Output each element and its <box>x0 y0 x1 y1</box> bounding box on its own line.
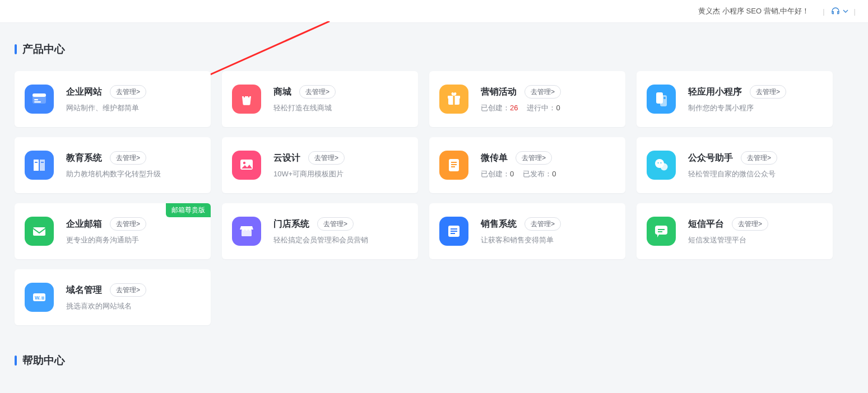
accent-bar <box>15 44 17 54</box>
stat-created: 已创建：26 <box>481 104 518 112</box>
section-title-help: 帮助中心 <box>0 331 868 370</box>
card-title-row: 企业网站去管理> <box>66 85 201 99</box>
card-title-row: 短信平台去管理> <box>688 217 823 231</box>
product-card-mp[interactable]: 公众号助手去管理>轻松管理自家的微信公众号 <box>637 137 833 193</box>
card-title: 轻应用小程序 <box>688 86 742 98</box>
section-title: 产品中心 <box>0 23 868 59</box>
product-card-sales[interactable]: 销售系统去管理>让获客和销售变得简单 <box>429 203 625 259</box>
card-desc: 网站制作、维护都简单 <box>66 103 201 113</box>
card-desc: 轻松打造在线商城 <box>273 103 408 113</box>
card-desc: 挑选喜欢的网站域名 <box>66 301 201 311</box>
card-info: 企业邮箱去管理>更专业的商务沟通助手 <box>66 217 201 245</box>
book-icon <box>25 151 54 180</box>
product-card-design[interactable]: 云设计去管理>10W+可商用模板图片 <box>222 137 418 193</box>
card-info: 公众号助手去管理>轻松管理自家的微信公众号 <box>688 151 823 179</box>
stat-secondary: 已发布：0 <box>523 170 556 178</box>
card-desc: 助力教培机构数字化转型升级 <box>66 169 201 179</box>
manage-button[interactable]: 去管理> <box>110 85 146 99</box>
card-title-row: 门店系统去管理> <box>273 217 408 231</box>
card-info: 轻应用小程序去管理>制作您的专属小程序 <box>688 85 823 113</box>
card-title: 商城 <box>273 86 291 98</box>
badge-mail: 邮箱尊贵版 <box>166 203 211 217</box>
site-icon <box>25 85 54 114</box>
card-title: 教育系统 <box>66 152 102 164</box>
product-card-sms[interactable]: 短信平台去管理>短信发送管理平台 <box>637 203 833 259</box>
card-title-row: 微传单去管理> <box>481 151 615 165</box>
bag-icon <box>232 85 261 114</box>
card-title: 公众号助手 <box>688 152 733 164</box>
manage-button[interactable]: 去管理> <box>516 151 552 165</box>
section-title-text: 产品中心 <box>22 42 65 57</box>
product-grid: 企业网站去管理>网站制作、维护都简单商城去管理>轻松打造在线商城营销活动去管理>… <box>0 59 868 331</box>
manage-button[interactable]: 去管理> <box>524 85 561 99</box>
divider: | <box>854 7 856 16</box>
card-info: 微传单去管理>已创建：0已发布：0 <box>481 151 615 179</box>
list-icon <box>439 217 468 246</box>
domain-icon <box>25 283 54 312</box>
card-title-row: 云设计去管理> <box>273 151 408 165</box>
card-title-row: 轻应用小程序去管理> <box>688 85 823 99</box>
sms-icon <box>647 217 676 246</box>
card-desc: 轻松管理自家的微信公众号 <box>688 169 823 179</box>
card-info: 云设计去管理>10W+可商用模板图片 <box>273 151 408 179</box>
manage-button[interactable]: 去管理> <box>741 151 777 165</box>
card-title-row: 域名管理去管理> <box>66 283 201 297</box>
card-title: 销售系统 <box>481 218 517 230</box>
store-icon <box>232 217 261 246</box>
divider: | <box>823 7 824 16</box>
card-title: 营销活动 <box>481 86 517 98</box>
card-desc: 短信发送管理平台 <box>688 235 823 245</box>
product-card-mall[interactable]: 商城去管理>轻松打造在线商城 <box>222 71 418 127</box>
card-title: 域名管理 <box>66 284 102 296</box>
product-card-marketing[interactable]: 营销活动去管理>已创建：26进行中：0 <box>429 71 625 127</box>
mail-icon <box>25 217 54 246</box>
manage-button[interactable]: 去管理> <box>524 217 561 231</box>
manage-button[interactable]: 去管理> <box>299 85 336 99</box>
card-info: 门店系统去管理>轻松搞定会员管理和会员营销 <box>273 217 408 245</box>
manage-button[interactable]: 去管理> <box>732 217 768 231</box>
accent-bar <box>15 355 17 366</box>
doc-icon <box>439 151 468 180</box>
topbar: 黄义杰 小程序 SEO 营销,中午好！ | | <box>0 0 868 23</box>
manage-button[interactable]: 去管理> <box>750 85 786 99</box>
manage-button[interactable]: 去管理> <box>110 217 146 231</box>
manage-button[interactable]: 去管理> <box>110 151 146 165</box>
mini-icon <box>647 85 676 114</box>
manage-button[interactable]: 去管理> <box>110 283 146 297</box>
headset-icon <box>830 6 841 16</box>
chevron-down-icon <box>843 10 848 13</box>
card-title: 云设计 <box>273 152 300 164</box>
product-card-site[interactable]: 企业网站去管理>网站制作、维护都简单 <box>15 71 211 127</box>
card-info: 商城去管理>轻松打造在线商城 <box>273 85 408 113</box>
card-title-row: 企业邮箱去管理> <box>66 217 201 231</box>
card-title: 门店系统 <box>273 218 309 230</box>
section-title-text: 帮助中心 <box>22 353 65 368</box>
card-info: 教育系统去管理>助力教培机构数字化转型升级 <box>66 151 201 179</box>
card-stats: 已创建：26进行中：0 <box>481 103 615 113</box>
product-card-edu[interactable]: 教育系统去管理>助力教培机构数字化转型升级 <box>15 137 211 193</box>
gift-icon <box>439 85 468 114</box>
card-title-row: 教育系统去管理> <box>66 151 201 165</box>
wechat-icon <box>647 151 676 180</box>
product-card-store[interactable]: 门店系统去管理>轻松搞定会员管理和会员营销 <box>222 203 418 259</box>
stat-secondary: 进行中：0 <box>527 104 560 112</box>
product-card-domain[interactable]: 域名管理去管理>挑选喜欢的网站域名 <box>15 269 211 325</box>
card-title: 微传单 <box>481 152 508 164</box>
manage-button[interactable]: 去管理> <box>308 151 345 165</box>
card-desc: 轻松搞定会员管理和会员营销 <box>273 235 408 245</box>
card-title: 企业网站 <box>66 86 102 98</box>
card-title-row: 商城去管理> <box>273 85 408 99</box>
card-info: 销售系统去管理>让获客和销售变得简单 <box>481 217 615 245</box>
product-card-flyer[interactable]: 微传单去管理>已创建：0已发布：0 <box>429 137 625 193</box>
image-icon <box>232 151 261 180</box>
card-info: 营销活动去管理>已创建：26进行中：0 <box>481 85 615 113</box>
greeting: 黄义杰 小程序 SEO 营销,中午好！ <box>698 6 809 16</box>
support-button[interactable] <box>830 6 848 16</box>
product-card-miniapp[interactable]: 轻应用小程序去管理>制作您的专属小程序 <box>637 71 833 127</box>
product-card-mail[interactable]: 邮箱尊贵版企业邮箱去管理>更专业的商务沟通助手 <box>15 203 211 259</box>
card-info: 短信平台去管理>短信发送管理平台 <box>688 217 823 245</box>
card-stats: 已创建：0已发布：0 <box>481 169 615 179</box>
card-desc: 制作您的专属小程序 <box>688 103 823 113</box>
card-title: 企业邮箱 <box>66 218 102 230</box>
manage-button[interactable]: 去管理> <box>317 217 354 231</box>
